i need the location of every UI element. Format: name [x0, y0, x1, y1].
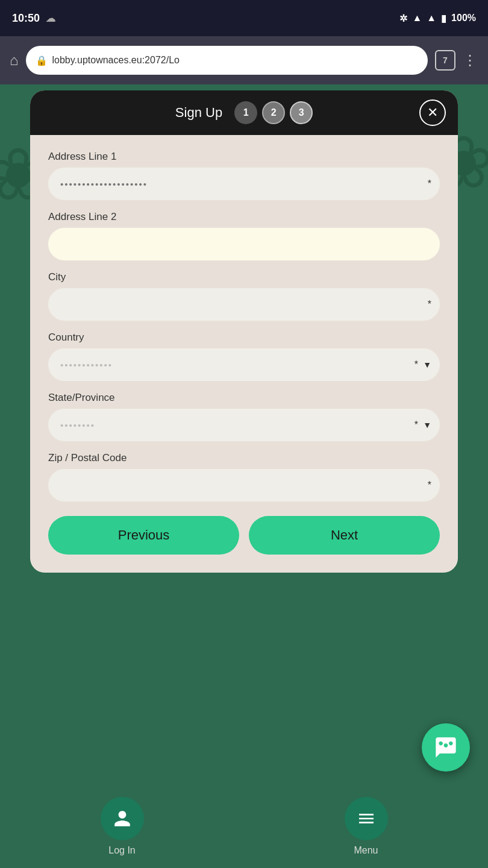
address-line-2-label: Address Line 2	[48, 211, 440, 223]
chat-fab[interactable]	[422, 723, 470, 772]
battery-percent: 100%	[451, 13, 476, 24]
tabs-button[interactable]: 7	[435, 50, 455, 71]
button-row: Previous Next	[48, 516, 440, 555]
address-line-1-label: Address Line 1	[48, 151, 440, 163]
city-group: City *	[48, 271, 440, 321]
city-wrapper: *	[48, 288, 440, 321]
url-text: lobby.uptownaces.eu:2072/Lo	[52, 55, 180, 66]
wifi-icon: ▲	[412, 13, 422, 24]
zip-wrapper: *	[48, 469, 440, 502]
step-1: 1	[234, 101, 257, 124]
zip-group: Zip / Postal Code *	[48, 452, 440, 502]
signup-modal: Sign Up 1 2 3 ✕ Address Line 1	[30, 90, 458, 573]
step-indicators: 1 2 3	[234, 101, 313, 124]
time-display: 10:50	[12, 12, 40, 25]
next-button[interactable]: Next	[249, 516, 440, 555]
lock-icon: 🔒	[36, 55, 48, 66]
country-select[interactable]: ••••••••••••	[48, 348, 440, 381]
home-icon[interactable]: ⌂	[10, 52, 19, 69]
city-input[interactable]	[48, 288, 440, 321]
login-label: Log In	[108, 845, 135, 856]
battery-icon: ▮	[441, 13, 446, 24]
state-group: State/Province •••••••• * ▼	[48, 392, 440, 441]
browser-menu-button[interactable]: ⋮	[463, 52, 478, 69]
city-label: City	[48, 271, 440, 283]
modal-header: Sign Up 1 2 3 ✕	[30, 90, 458, 135]
state-wrapper: •••••••• * ▼	[48, 409, 440, 441]
address-line-2-wrapper	[48, 228, 440, 260]
country-label: Country	[48, 332, 440, 344]
menu-icon	[357, 809, 376, 828]
state-select[interactable]: ••••••••	[48, 409, 440, 441]
country-wrapper: •••••••••••• * ▼	[48, 348, 440, 381]
address-line-1-wrapper: *	[48, 168, 440, 200]
country-required: *	[414, 359, 418, 370]
url-bar[interactable]: 🔒 lobby.uptownaces.eu:2072/Lo	[26, 46, 428, 75]
state-label: State/Province	[48, 392, 440, 404]
step-3: 3	[290, 101, 313, 124]
previous-button[interactable]: Previous	[48, 516, 239, 555]
address-line-1-group: Address Line 1 *	[48, 151, 440, 200]
zip-input[interactable]	[48, 469, 440, 502]
login-circle	[101, 797, 144, 840]
modal-title: Sign Up	[175, 105, 222, 121]
page-background: ❀ ❀ Sign Up 1 2 3 ✕ Address Line	[0, 84, 488, 868]
step-2: 2	[262, 101, 285, 124]
zip-required: *	[428, 480, 431, 491]
close-button[interactable]: ✕	[419, 99, 446, 126]
menu-label: Menu	[354, 845, 378, 856]
sync-icon: ☁	[46, 13, 55, 24]
modal-body: Address Line 1 * Address Line 2 City *	[30, 135, 458, 573]
address-line-2-group: Address Line 2	[48, 211, 440, 260]
address-line-1-required: *	[428, 178, 431, 189]
city-required: *	[428, 299, 431, 310]
nav-login[interactable]: Log In	[101, 797, 144, 856]
bluetooth-icon: ✲	[399, 13, 407, 24]
menu-circle	[345, 797, 388, 840]
state-required: *	[414, 420, 418, 430]
zip-label: Zip / Postal Code	[48, 452, 440, 464]
login-icon	[113, 809, 132, 828]
browser-bar: ⌂ 🔒 lobby.uptownaces.eu:2072/Lo 7 ⋮	[0, 36, 488, 84]
address-line-2-input[interactable]	[48, 228, 440, 260]
nav-menu[interactable]: Menu	[345, 797, 388, 856]
status-bar: 10:50 ☁ ✲ ▲ ▲ ▮ 100%	[0, 0, 488, 36]
address-line-1-input[interactable]	[48, 168, 440, 200]
bottom-nav: Log In Menu	[0, 784, 488, 868]
chat-icon	[434, 735, 458, 760]
signal-icon: ▲	[427, 13, 436, 24]
country-group: Country •••••••••••• * ▼	[48, 332, 440, 381]
